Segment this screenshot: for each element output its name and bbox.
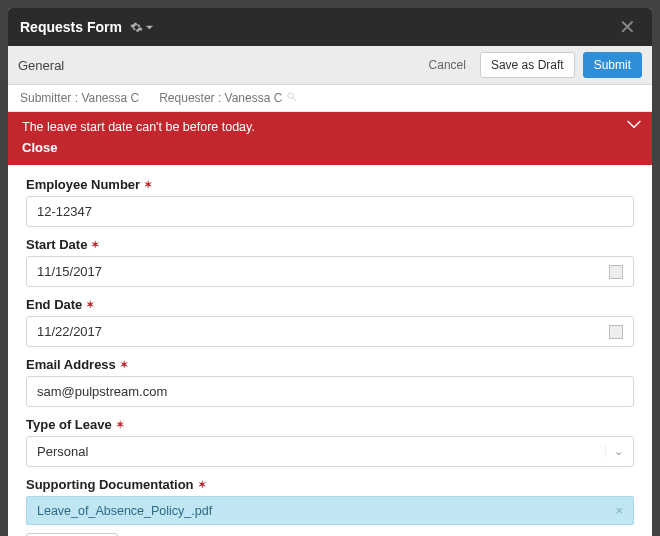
file-chip[interactable]: Leave_of_Absence_Policy_.pdf × [26, 496, 634, 525]
file-name: Leave_of_Absence_Policy_.pdf [37, 504, 615, 518]
end-date-input[interactable]: 11/22/2017 [26, 316, 634, 347]
meta-bar: Submitter : Vanessa C Requester : Vaness… [8, 85, 652, 112]
calendar-icon[interactable] [609, 325, 623, 339]
alert-close-icon[interactable] [626, 118, 642, 134]
email-label: Email Address [26, 357, 116, 372]
required-icon: ✶ [120, 359, 128, 370]
search-icon[interactable] [286, 91, 297, 105]
start-date-input[interactable]: 11/15/2017 [26, 256, 634, 287]
required-icon: ✶ [144, 179, 152, 190]
field-email: Email Address ✶ sam@pulpstream.com [26, 357, 634, 407]
calendar-icon[interactable] [609, 265, 623, 279]
cancel-button[interactable]: Cancel [423, 53, 472, 77]
field-employee-number: Employee Number ✶ 12-12347 [26, 177, 634, 227]
alert-close-link[interactable]: Close [22, 140, 638, 155]
remove-file-icon[interactable]: × [615, 503, 623, 518]
supporting-docs-label: Supporting Documentation [26, 477, 194, 492]
employee-number-input[interactable]: 12-12347 [26, 196, 634, 227]
start-date-label: Start Date [26, 237, 87, 252]
field-supporting-docs: Supporting Documentation ✶ Leave_of_Abse… [26, 477, 634, 536]
svg-point-0 [288, 93, 294, 99]
field-end-date: End Date ✶ 11/22/2017 [26, 297, 634, 347]
end-date-label: End Date [26, 297, 82, 312]
save-draft-button[interactable]: Save as Draft [480, 52, 575, 78]
gear-icon [130, 21, 143, 34]
window-title: Requests Form [20, 19, 122, 35]
required-icon: ✶ [198, 479, 206, 490]
titlebar: Requests Form ✕ [8, 8, 652, 46]
modal: Requests Form ✕ General Cancel Save as D… [8, 8, 652, 536]
required-icon: ✶ [86, 299, 94, 310]
field-leave-type: Type of Leave ✶ Personal ⌄ [26, 417, 634, 467]
chevron-down-icon: ⌄ [605, 445, 623, 458]
form-body: Employee Number ✶ 12-12347 Start Date ✶ … [8, 165, 652, 536]
action-toolbar: General Cancel Save as Draft Submit [8, 46, 652, 85]
settings-dropdown[interactable] [130, 21, 154, 34]
tab-general[interactable]: General [18, 58, 64, 73]
required-icon: ✶ [116, 419, 124, 430]
error-alert: The leave start date can't be before tod… [8, 112, 652, 165]
leave-type-select[interactable]: Personal ⌄ [26, 436, 634, 467]
submit-button[interactable]: Submit [583, 52, 642, 78]
submitter-label: Submitter : Vanessa C [20, 91, 139, 105]
svg-line-1 [293, 98, 296, 101]
close-modal-button[interactable]: ✕ [615, 15, 640, 39]
email-input[interactable]: sam@pulpstream.com [26, 376, 634, 407]
field-start-date: Start Date ✶ 11/15/2017 [26, 237, 634, 287]
required-icon: ✶ [91, 239, 99, 250]
leave-type-label: Type of Leave [26, 417, 112, 432]
requester-label: Requester : Vanessa C [159, 91, 297, 105]
alert-message: The leave start date can't be before tod… [22, 120, 638, 134]
employee-number-label: Employee Number [26, 177, 140, 192]
chevron-down-icon [145, 23, 154, 32]
